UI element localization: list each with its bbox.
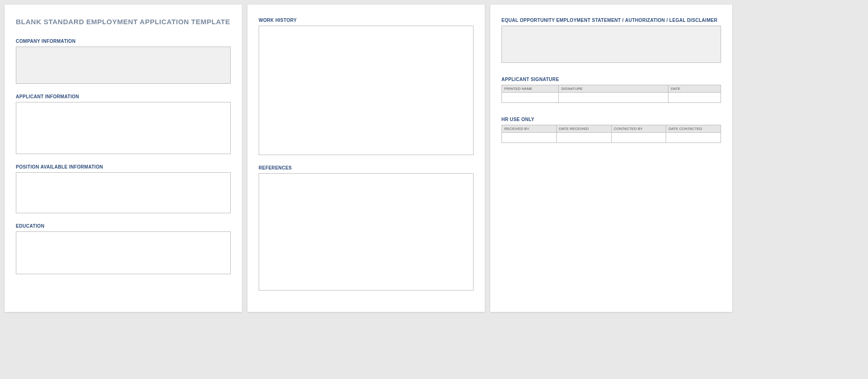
table-row — [502, 133, 721, 143]
document-title: BLANK STANDARD EMPLOYMENT APPLICATION TE… — [16, 18, 231, 26]
position-info-label: POSITION AVAILABLE INFORMATION — [16, 164, 231, 169]
applicant-info-label: APPLICANT INFORMATION — [16, 94, 231, 99]
date-received-cell[interactable] — [556, 133, 611, 143]
table-header-row: RECEIVED BY DATE RECEIVED CONTACTED BY D… — [502, 125, 721, 133]
received-by-cell[interactable] — [502, 133, 557, 143]
references-box[interactable] — [259, 173, 474, 291]
contacted-by-cell[interactable] — [611, 133, 666, 143]
table-header-row: PRINTED NAME SIGNATURE DATE — [502, 85, 721, 93]
signature-header: SIGNATURE — [559, 85, 668, 93]
received-by-header: RECEIVED BY — [502, 125, 557, 133]
company-info-box[interactable] — [16, 47, 231, 84]
hr-table: RECEIVED BY DATE RECEIVED CONTACTED BY D… — [501, 125, 721, 143]
work-history-box[interactable] — [259, 26, 474, 155]
printed-name-cell[interactable] — [502, 93, 559, 103]
page-1: BLANK STANDARD EMPLOYMENT APPLICATION TE… — [5, 5, 242, 312]
date-cell[interactable] — [668, 93, 721, 103]
references-label: REFERENCES — [259, 165, 474, 170]
date-contacted-header: DATE CONTACTED — [666, 125, 721, 133]
eeo-statement-box[interactable] — [501, 26, 721, 63]
position-info-box[interactable] — [16, 172, 231, 213]
table-row — [502, 93, 721, 103]
contacted-by-header: CONTACTED BY — [611, 125, 666, 133]
printed-name-header: PRINTED NAME — [502, 85, 559, 93]
page-3: EQUAL OPPORTUNITY EMPLOYMENT STATEMENT /… — [490, 5, 732, 312]
education-label: EDUCATION — [16, 223, 231, 229]
date-received-header: DATE RECEIVED — [556, 125, 611, 133]
eeo-statement-label: EQUAL OPPORTUNITY EMPLOYMENT STATEMENT /… — [501, 18, 721, 23]
date-contacted-cell[interactable] — [666, 133, 721, 143]
education-box[interactable] — [16, 231, 231, 274]
applicant-signature-label: APPLICANT SIGNATURE — [501, 77, 721, 82]
work-history-label: WORK HISTORY — [259, 18, 474, 23]
document-pages: BLANK STANDARD EMPLOYMENT APPLICATION TE… — [5, 5, 863, 312]
company-info-label: COMPANY INFORMATION — [16, 39, 231, 44]
signature-table: PRINTED NAME SIGNATURE DATE — [501, 85, 721, 103]
signature-cell[interactable] — [559, 93, 668, 103]
hr-use-only-label: HR USE ONLY — [501, 117, 721, 122]
page-2: WORK HISTORY REFERENCES — [247, 5, 485, 312]
date-header: DATE — [668, 85, 721, 93]
applicant-info-box[interactable] — [16, 102, 231, 154]
